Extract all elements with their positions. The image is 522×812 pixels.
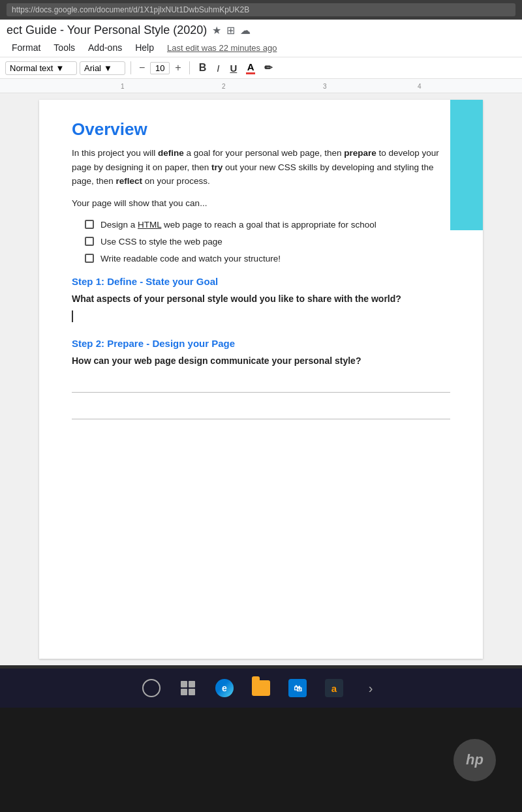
italic-button[interactable]: I — [213, 61, 223, 75]
capability-list: Design a HTML web page to reach a goal t… — [85, 218, 450, 265]
ruler-mark-1: 1 — [121, 83, 125, 90]
intro-paragraph-1: In this project you will define a goal f… — [72, 146, 450, 188]
windows-circle-icon — [142, 679, 161, 697]
cloud-icon[interactable]: ☁ — [240, 24, 251, 37]
windows-button[interactable] — [140, 676, 163, 700]
menu-help[interactable]: Help — [130, 40, 159, 55]
task-view-icon — [181, 681, 195, 695]
doc-page[interactable]: Overview In this project you will define… — [39, 100, 483, 659]
browser-chrome: https://docs.google.com/document/d/1X1pj… — [0, 0, 522, 20]
paint-format-button[interactable]: ✏ — [260, 61, 277, 75]
folder-icon — [252, 680, 270, 696]
docs-wrapper: ect Guide - Your Personal Style (2020) ★… — [0, 20, 522, 665]
underline-button[interactable]: U — [226, 61, 241, 75]
style-selector[interactable]: Normal text ▼ — [5, 61, 77, 75]
star-icon[interactable]: ★ — [212, 24, 221, 37]
step1-heading: Step 1: Define - State your Goal — [72, 276, 450, 287]
list-item-2-text: Use CSS to style the web page — [100, 235, 223, 249]
style-label: Normal text — [10, 63, 53, 73]
font-size-increase-button[interactable]: + — [172, 62, 183, 74]
edge-icon: e — [215, 679, 234, 697]
checkbox-icon-2 — [85, 237, 94, 246]
last-edit-text: Last edit was 22 minutes ago — [167, 43, 277, 53]
font-size-value[interactable]: 10 — [150, 62, 170, 74]
menu-addons[interactable]: Add-ons — [83, 40, 127, 55]
text-cursor — [72, 310, 73, 322]
list-item-3-text: Write readable code and watch your struc… — [100, 252, 281, 266]
font-size-decrease-button[interactable]: − — [136, 62, 147, 74]
title-icons: ★ ⊞ ☁ — [212, 24, 251, 37]
list-item-1: Design a HTML web page to reach a goal t… — [85, 218, 450, 232]
menu-tools[interactable]: Tools — [48, 40, 80, 55]
font-color-bar — [246, 72, 255, 74]
amazon-icon: a — [325, 679, 343, 697]
cyan-accent-box — [450, 100, 483, 230]
hp-logo: hp — [453, 739, 496, 781]
checkbox-icon-3 — [85, 254, 94, 263]
folder-button[interactable] — [249, 676, 273, 700]
intro-paragraph-2: Your page will show that you can... — [72, 196, 450, 211]
step2-heading: Step 2: Prepare - Design your Page — [72, 338, 450, 349]
docs-title-bar: ect Guide - Your Personal Style (2020) ★… — [0, 20, 522, 38]
bottom-dark-area: hp — [0, 708, 522, 812]
divider-line-2 — [72, 419, 450, 419]
style-dropdown-icon: ▼ — [55, 63, 64, 73]
font-size-area: − 10 + — [136, 62, 184, 74]
divider-line-1 — [72, 392, 450, 393]
ruler: 1 2 3 4 — [0, 79, 522, 93]
checkbox-icon-1 — [85, 220, 94, 229]
font-dropdown-icon: ▼ — [104, 63, 112, 73]
ruler-mark-4: 4 — [418, 83, 422, 90]
list-item-2: Use CSS to style the web page — [85, 235, 450, 249]
arrow-icon: › — [369, 681, 373, 696]
toolbar-separator-2 — [189, 61, 190, 74]
store-button[interactable]: 🛍 — [286, 676, 309, 700]
store-icon: 🛍 — [288, 679, 307, 697]
font-color-letter: A — [247, 61, 254, 72]
amazon-button[interactable]: a — [322, 676, 346, 700]
bold-button[interactable]: B — [195, 61, 211, 75]
url-bar[interactable]: https://docs.google.com/document/d/1X1pj… — [7, 3, 515, 16]
edge-button[interactable]: e — [213, 676, 236, 700]
task-view-button[interactable] — [176, 676, 200, 700]
toolbar-separator-1 — [130, 61, 131, 74]
arrow-button[interactable]: › — [359, 676, 382, 700]
ruler-mark-2: 2 — [222, 83, 226, 90]
ruler-mark-3: 3 — [323, 83, 327, 90]
taskbar: e 🛍 a › — [0, 669, 522, 708]
font-color-button[interactable]: A — [243, 60, 258, 76]
save-icon[interactable]: ⊞ — [226, 24, 235, 37]
font-selector[interactable]: Arial ▼ — [80, 61, 125, 75]
doc-content: Overview In this project you will define… — [0, 93, 522, 665]
step1-question: What aspects of your personal style woul… — [72, 293, 450, 304]
step2-question: How can your web page design communicate… — [72, 355, 450, 366]
list-item-1-text: Design a HTML web page to reach a goal t… — [100, 218, 376, 232]
doc-title: ect Guide - Your Personal Style (2020) — [7, 23, 207, 37]
overview-heading: Overview — [72, 119, 450, 140]
font-label: Arial — [84, 63, 101, 73]
menu-bar: Format Tools Add-ons Help Last edit was … — [0, 38, 522, 57]
format-toolbar: Normal text ▼ Arial ▼ − 10 + B I U A ✏ — [0, 57, 522, 79]
menu-format[interactable]: Format — [7, 40, 46, 55]
list-item-3: Write readable code and watch your struc… — [85, 252, 450, 266]
